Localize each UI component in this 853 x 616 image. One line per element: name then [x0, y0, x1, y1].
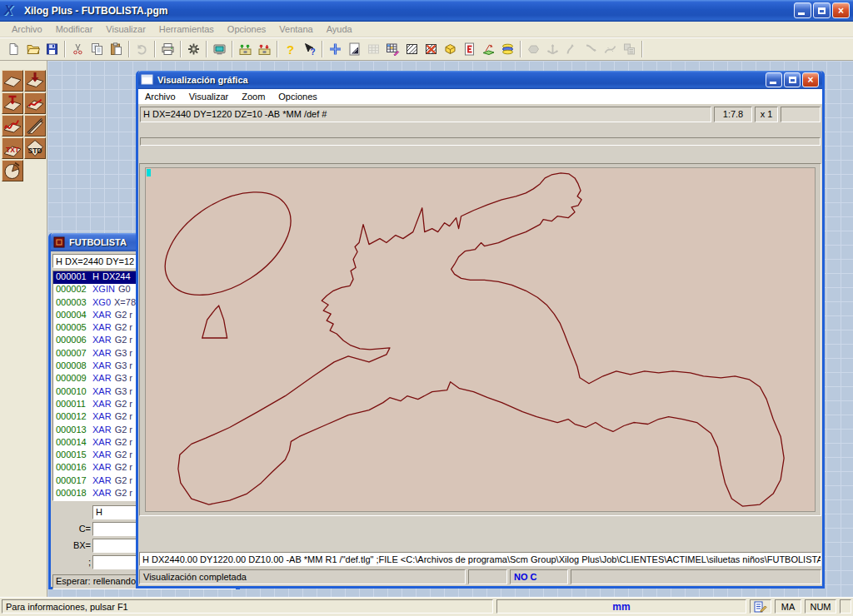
line-command: XAR	[92, 411, 112, 424]
graphics-menu-item-zoom[interactable]: Zoom	[235, 90, 272, 103]
line-args: G2 r	[115, 411, 132, 424]
graphics-status-panel-2: NO C	[510, 569, 568, 584]
graphics-field-row: H DX=2440 DY=1220 DZ=10 -AB *MM /def # 1…	[138, 106, 822, 123]
line-command: XAR	[92, 488, 112, 500]
palette-button-txt-tool[interactable]: TXT	[2, 137, 23, 159]
tool-change-out-icon[interactable]	[255, 40, 274, 59]
paste-icon[interactable]	[107, 40, 126, 59]
graphics-maximize-button[interactable]	[784, 72, 801, 87]
graphics-window-titlebar[interactable]: Visualización gráfica ×	[138, 71, 822, 89]
app-logo-icon: X X	[3, 2, 20, 19]
line-command: XAR	[92, 310, 112, 322]
line-command: XG0	[92, 297, 111, 310]
grid-icon	[364, 40, 383, 59]
open-file-icon[interactable]	[23, 40, 42, 59]
extra-field[interactable]	[781, 107, 821, 122]
menu-item-modificar[interactable]: Modificar	[49, 22, 100, 36]
main-toolbar: ??	[0, 37, 853, 61]
menu-item-ventana[interactable]: Ventana	[272, 22, 319, 36]
save-file-icon[interactable]	[42, 40, 62, 59]
toolbar-separator	[641, 41, 643, 57]
hatch-delete-icon[interactable]	[422, 40, 441, 59]
move-cross-icon[interactable]	[326, 40, 345, 59]
context-help-icon[interactable]: ?	[300, 40, 319, 59]
palette-button-pie-tool[interactable]	[2, 160, 23, 181]
menu-item-archivo[interactable]: Archivo	[5, 22, 49, 36]
toolbar-separator	[180, 41, 182, 57]
palette-button-drill-tool[interactable]	[2, 92, 23, 114]
program-window-title: FUTBOLISTA	[69, 237, 127, 247]
print-icon[interactable]	[158, 40, 177, 59]
graphics-header-field[interactable]: H DX=2440 DY=1220 DZ=10 -AB *MM /def #	[140, 107, 711, 122]
line-args: G2 r	[115, 310, 132, 322]
statusbar-ma: MA	[775, 599, 801, 614]
svg-text:?: ?	[310, 47, 315, 57]
statusbar-end-panel	[840, 599, 851, 614]
program-page-icon[interactable]	[460, 40, 479, 59]
palette-button-saw-cut[interactable]	[24, 115, 46, 137]
box-3d-icon[interactable]	[441, 40, 460, 59]
edit-page-icon	[754, 600, 767, 614]
menu-item-herramientas[interactable]: Herramientas	[152, 22, 221, 36]
toolbar-separator	[154, 41, 156, 57]
palette-button-drill-vertical[interactable]	[24, 70, 46, 92]
settings-gear-icon[interactable]	[184, 40, 203, 59]
graphics-menu-item-visualizar[interactable]: Visualizar	[182, 90, 236, 103]
drawing-canvas[interactable]	[145, 167, 816, 512]
palette-button-std-tool[interactable]: STD	[24, 137, 46, 159]
line-command: XAR	[92, 386, 112, 399]
ball-outline	[147, 171, 309, 316]
origin-marker	[147, 169, 151, 176]
graphics-menu-item-archivo[interactable]: Archivo	[138, 90, 182, 103]
menu-item-opciones[interactable]: Opciones	[221, 22, 272, 36]
palette-button-wave-mill[interactable]	[2, 115, 23, 137]
zoom-factor-field[interactable]: x 1	[755, 107, 778, 122]
line-command: H	[92, 271, 99, 284]
machine-monitor-icon[interactable]	[210, 40, 229, 59]
line-args: G2 r	[115, 399, 132, 411]
curve-start-icon	[562, 40, 581, 59]
graphics-footer-field[interactable]: H DX2440.00 DY1220.00 DZ10.00 -AB *MM R1…	[139, 552, 821, 566]
line-command: XAR	[92, 437, 112, 450]
axes-icon	[543, 40, 562, 59]
mdi-background: FUTBOLISTA H DX=2440 DY=12 000001HDX2440…	[47, 61, 853, 597]
graphics-toolband	[138, 123, 822, 163]
window-title: Xilog Plus - FUTBOLISTA.pgm	[24, 5, 167, 17]
hatch-icon[interactable]	[402, 40, 422, 59]
graphics-menu-item-opciones[interactable]: Opciones	[272, 90, 323, 103]
line-args: G3 r	[115, 386, 132, 399]
copy-icon[interactable]	[87, 40, 107, 59]
curve-end-icon	[581, 40, 601, 59]
graphics-window-icon	[141, 74, 154, 86]
maximize-button[interactable]	[813, 2, 831, 18]
tool-change-in-icon[interactable]	[236, 40, 255, 59]
line-number: 000002	[56, 284, 92, 296]
help-icon[interactable]: ?	[281, 40, 300, 59]
toolpath-icon[interactable]	[479, 40, 498, 59]
line-number: 000017	[56, 475, 92, 488]
field-label: BX=	[52, 540, 92, 550]
menu-item-ayuda[interactable]: Ayuda	[320, 22, 359, 36]
line-command: XAR	[92, 425, 112, 437]
palette-button-panel-board[interactable]	[2, 70, 23, 92]
line-args: G2 r	[115, 475, 132, 488]
palette-button-contour-mill[interactable]	[24, 92, 46, 114]
cut-scissors-icon[interactable]	[68, 40, 87, 59]
line-number: 000009	[56, 373, 92, 385]
line-args: G2 r	[115, 335, 132, 347]
graphics-minimize-button[interactable]	[766, 72, 782, 87]
setsquare-icon[interactable]	[345, 40, 364, 59]
grid-edit-icon[interactable]	[383, 40, 402, 59]
graphics-close-button[interactable]: ×	[802, 72, 819, 87]
polygon-icon	[524, 40, 543, 59]
graphics-window: Visualización gráfica × ArchivoVisualiza…	[136, 71, 825, 589]
layers-icon[interactable]	[498, 40, 517, 59]
minimize-button[interactable]	[794, 2, 811, 18]
toolbar-separator	[520, 41, 521, 57]
close-button[interactable]: ×	[832, 2, 850, 18]
new-file-icon[interactable]	[4, 40, 23, 59]
menu-item-visualizar[interactable]: Visualizar	[99, 22, 152, 36]
line-number: 000004	[56, 310, 92, 322]
line-command: XAR	[92, 322, 112, 335]
scale-field[interactable]: 1:7.8	[714, 107, 752, 122]
